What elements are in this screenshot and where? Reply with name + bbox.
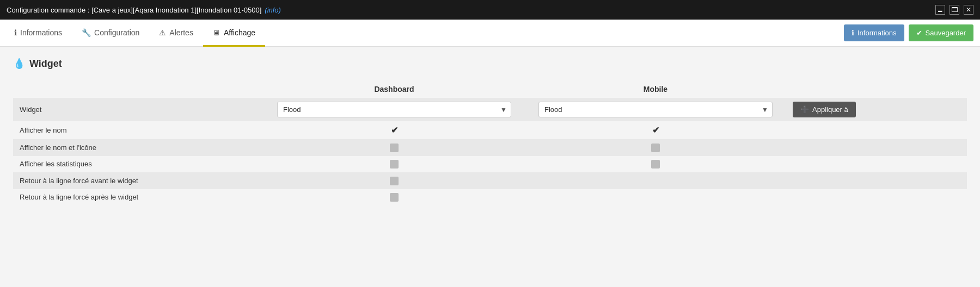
row-mobile-retour-apres — [525, 189, 786, 206]
row-dashboard-statistiques — [264, 156, 525, 173]
title-bar-controls: 🗕 🗖 ✕ — [935, 5, 973, 15]
tab-bar: ℹ Informations 🔧 Configuration ⚠ Alertes… — [0, 20, 980, 47]
table-row: Afficher le nom et l'icône — [13, 139, 967, 156]
informations-button[interactable]: ℹ Informations — [844, 24, 904, 41]
checkbox-checked-icon-mobile[interactable]: ✔ — [652, 125, 659, 135]
row-mobile-afficher-nom: ✔ — [525, 121, 786, 139]
info-btn-label: Informations — [857, 29, 897, 37]
row-dashboard-retour-apres — [264, 189, 525, 206]
window-info-link[interactable]: (info) — [265, 6, 281, 14]
plus-icon: ➕ — [800, 105, 809, 114]
save-btn-label: Sauvegarder — [926, 29, 966, 37]
checkbox-unchecked-icon-mobile[interactable] — [651, 160, 660, 169]
col-header-label — [13, 80, 264, 98]
row-action-widget: ➕ Appliquer à — [786, 98, 967, 121]
row-label-statistiques: Afficher les statistiques — [13, 156, 264, 173]
row-mobile-widget: Flood ▼ — [525, 98, 786, 121]
col-header-mobile: Mobile — [525, 80, 786, 98]
table-row: Retour à la ligne forcé après le widget — [13, 189, 967, 206]
row-action-retour-avant — [786, 172, 967, 189]
row-action-retour-apres — [786, 189, 967, 206]
tab-affichage[interactable]: 🖥 Affichage — [203, 20, 265, 47]
checkbox-unchecked-icon[interactable] — [390, 144, 399, 152]
apply-button[interactable]: ➕ Appliquer à — [793, 102, 856, 117]
row-label-retour-avant: Retour à la ligne forcé avant le widget — [13, 172, 264, 189]
tab-informations[interactable]: ℹ Informations — [4, 20, 72, 47]
checkbox-unchecked-icon[interactable] — [390, 177, 399, 185]
dashboard-dropdown-widget[interactable]: Flood ▼ — [277, 102, 511, 117]
window-title: Configuration commande : [Cave a jeux][A… — [7, 6, 261, 14]
save-btn-icon: ✔ — [916, 29, 922, 37]
row-action-afficher-nom — [786, 121, 967, 139]
tabs-container: ℹ Informations 🔧 Configuration ⚠ Alertes… — [4, 20, 265, 46]
tab-configuration-label: Configuration — [94, 28, 139, 37]
row-action-afficher-nom-icone — [786, 139, 967, 156]
tab-bar-actions: ℹ Informations ✔ Sauvegarder — [844, 24, 973, 41]
tab-informations-label: Informations — [20, 28, 62, 37]
row-action-statistiques — [786, 156, 967, 173]
mobile-dropdown-widget[interactable]: Flood ▼ — [538, 102, 773, 117]
table-row: Retour à la ligne forcé avant le widget — [13, 172, 967, 189]
row-mobile-statistiques — [525, 156, 786, 173]
minimize-button[interactable]: 🗕 — [935, 5, 945, 15]
table-row: Afficher les statistiques — [13, 156, 967, 173]
tab-alertes-label: Alertes — [169, 28, 193, 37]
row-dashboard-afficher-nom: ✔ — [264, 121, 525, 139]
row-label-widget: Widget — [13, 98, 264, 121]
col-header-action — [786, 80, 967, 98]
dashboard-select-widget[interactable]: Flood — [277, 102, 511, 117]
checkbox-unchecked-icon[interactable] — [390, 193, 399, 202]
save-button[interactable]: ✔ Sauvegarder — [909, 24, 973, 41]
tab-configuration[interactable]: 🔧 Configuration — [72, 20, 149, 47]
checkbox-unchecked-icon[interactable] — [390, 160, 399, 169]
row-dashboard-retour-avant — [264, 172, 525, 189]
apply-label: Appliquer à — [812, 105, 848, 114]
row-mobile-retour-avant — [525, 172, 786, 189]
title-bar: Configuration commande : [Cave a jeux][A… — [0, 0, 980, 20]
section-title: 💧 Widget — [13, 58, 967, 70]
alert-icon: ⚠ — [159, 28, 166, 37]
row-mobile-afficher-nom-icone — [525, 139, 786, 156]
row-dashboard-widget: Flood ▼ — [264, 98, 525, 121]
title-bar-left: Configuration commande : [Cave a jeux][A… — [7, 6, 281, 14]
checkbox-checked-icon[interactable]: ✔ — [391, 125, 398, 135]
row-label-retour-apres: Retour à la ligne forcé après le widget — [13, 189, 264, 206]
mobile-select-widget[interactable]: Flood — [538, 102, 773, 117]
config-icon: 🔧 — [82, 28, 91, 37]
maximize-button[interactable]: 🗖 — [950, 5, 959, 15]
table-row: Afficher le nom ✔ ✔ — [13, 121, 967, 139]
section-title-label: Widget — [29, 58, 62, 70]
display-icon: 🖥 — [213, 28, 220, 37]
row-label-afficher-nom-icone: Afficher le nom et l'icône — [13, 139, 264, 156]
info-icon: ℹ — [14, 28, 17, 37]
table-header-row: Dashboard Mobile — [13, 80, 967, 98]
widget-table: Dashboard Mobile Widget Flood ▼ — [13, 80, 967, 205]
checkbox-unchecked-icon-mobile[interactable] — [651, 144, 660, 152]
content-area: 💧 Widget Dashboard Mobile Widget Flood — [0, 47, 980, 287]
table-row: Widget Flood ▼ Flood ▼ — [13, 98, 967, 121]
tab-alertes[interactable]: ⚠ Alertes — [149, 20, 203, 47]
col-header-dashboard: Dashboard — [264, 80, 525, 98]
row-label-afficher-nom: Afficher le nom — [13, 121, 264, 139]
close-button[interactable]: ✕ — [964, 5, 973, 15]
row-dashboard-afficher-nom-icone — [264, 139, 525, 156]
widget-icon: 💧 — [13, 58, 25, 70]
tab-affichage-label: Affichage — [224, 28, 255, 37]
info-btn-icon: ℹ — [852, 29, 854, 37]
